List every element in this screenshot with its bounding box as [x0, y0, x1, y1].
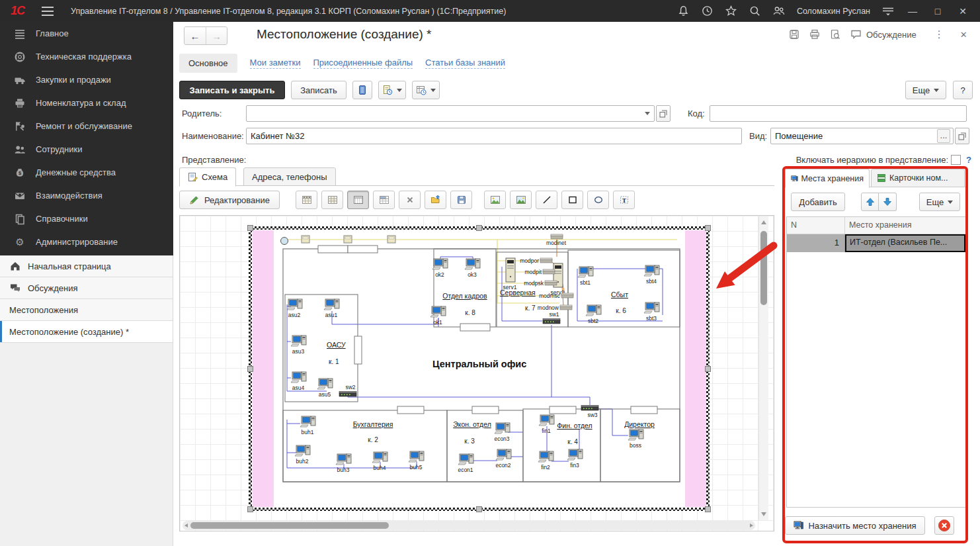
parent-open-icon[interactable] [656, 105, 671, 122]
sidebar-item-printer[interactable]: Номенклатура и склад [0, 91, 173, 114]
column-place[interactable]: Место хранения [845, 217, 915, 234]
tab-addresses-phones[interactable]: Адреса, телефоны [243, 167, 336, 186]
resize-handle-nw[interactable] [247, 225, 253, 231]
text-tool-button[interactable]: T [613, 191, 635, 209]
discussion-button[interactable]: Обсуждение [850, 28, 917, 40]
file-versions-dropdown-button[interactable] [378, 81, 406, 99]
add-storage-place-button[interactable]: Добавить [791, 193, 845, 211]
sidebar-item-tools[interactable]: Ремонт и обслуживание [0, 114, 173, 138]
open-window-item-0[interactable]: Начальная страница [0, 255, 173, 277]
sidebar-item-gear[interactable]: ⚙Администрирование [0, 230, 173, 253]
network-node[interactable] [281, 238, 288, 245]
sidebar-item-books[interactable]: Справочники [0, 207, 173, 230]
line-tool-button[interactable] [536, 191, 557, 209]
delete-x-button[interactable] [399, 191, 421, 209]
sidebar-item-truck[interactable]: Закупки и продажи [0, 68, 173, 91]
forward-button[interactable]: → [206, 27, 227, 44]
current-user-name[interactable]: Соломахин Руслан [797, 7, 870, 16]
row-number-cell[interactable]: 1 [787, 234, 845, 252]
storage-place-cell[interactable]: ИТ-отдел (Васильев Пе... [845, 234, 965, 252]
resize-handle-w[interactable] [247, 366, 253, 372]
favorites-star-icon[interactable] [723, 3, 740, 20]
open-window-item-1[interactable]: Обсуждения [0, 277, 173, 299]
tab-my-notes[interactable]: Мои заметки [250, 58, 301, 69]
picture-add-button[interactable] [484, 191, 506, 209]
tab-schema[interactable]: Схема [179, 167, 236, 187]
code-input[interactable] [710, 105, 967, 122]
storage-more-button[interactable]: Еще [919, 193, 960, 211]
delete-storage-place-button[interactable] [934, 516, 954, 535]
search-icon[interactable] [747, 3, 764, 20]
resize-handle-s[interactable] [476, 506, 482, 512]
save-icon[interactable] [788, 28, 800, 40]
tab-main[interactable]: Основное [179, 54, 237, 73]
name-input[interactable] [246, 128, 742, 144]
ellipse-tool-button[interactable] [587, 191, 609, 209]
hierarchy-help-link[interactable]: ? [966, 152, 971, 169]
kind-choose-button[interactable]: ... [937, 129, 950, 143]
vertical-scrollbar[interactable] [758, 216, 768, 520]
schema-canvas[interactable]: Отдел кадровк. 8Сервернаяк. 7Сбытк. 6ОАС… [179, 215, 774, 531]
notifications-bell-icon[interactable] [675, 3, 692, 20]
column-n[interactable]: N [787, 217, 845, 234]
edit-mode-button[interactable]: Редактирование [179, 191, 280, 209]
move-up-button[interactable] [861, 193, 879, 211]
more-actions-button[interactable]: Еще [905, 81, 946, 99]
table-grid-button[interactable] [321, 191, 343, 209]
horizontal-scrollbar[interactable] [183, 521, 755, 530]
parent-dropdown-icon[interactable] [641, 106, 653, 121]
resize-handle-n[interactable] [476, 225, 482, 231]
table-header-button[interactable] [296, 191, 317, 209]
print-icon[interactable] [809, 28, 821, 40]
open-window-item-3[interactable]: Местоположение (создание) * [0, 321, 173, 343]
tab-item-cards[interactable]: Карточки ном... [871, 169, 965, 187]
resize-handle-sw[interactable] [247, 506, 253, 512]
sidebar-item-menu[interactable]: Главное [0, 22, 173, 45]
grid-dots-button[interactable] [347, 191, 369, 209]
sidebar-item-people[interactable]: Сотрудники [0, 138, 173, 161]
more-menu-icon[interactable]: ⋮ [934, 28, 945, 40]
data-history-icon-button[interactable] [352, 81, 372, 99]
kind-input[interactable] [770, 128, 954, 144]
history-icon[interactable] [699, 3, 716, 20]
window-close-button[interactable]: ✕ [954, 3, 972, 20]
close-form-icon[interactable]: ✕ [960, 30, 967, 40]
kind-open-icon[interactable] [955, 128, 969, 144]
save-and-close-button[interactable]: Записать и закрыть [179, 81, 285, 99]
open-window-item-2[interactable]: Местоположения [0, 299, 173, 321]
resize-handle-ne[interactable] [705, 225, 711, 231]
tab-attached-files[interactable]: Присоединенные файлы [313, 58, 413, 69]
main-menu-icon[interactable] [42, 7, 54, 16]
back-button[interactable]: ← [184, 27, 206, 44]
vertical-scroll-thumb[interactable] [760, 231, 767, 305]
rect-tool-button[interactable] [561, 191, 583, 209]
sidebar-item-mail[interactable]: Взаимодействия [0, 184, 173, 207]
tab-storage-places[interactable]: Места хранения [785, 169, 870, 188]
floorplan[interactable]: Отдел кадровк. 8Сервернаяк. 7Сбытк. 6ОАС… [274, 230, 685, 507]
table-merge-button[interactable] [373, 191, 395, 209]
resize-handle-e[interactable] [705, 366, 711, 372]
user-sessions-icon[interactable] [770, 3, 788, 20]
move-down-button[interactable] [879, 193, 897, 211]
hierarchy-checkbox[interactable] [951, 155, 961, 165]
save-button[interactable]: Записать [291, 81, 347, 99]
window-minimize-button[interactable]: — [903, 3, 922, 20]
preview-icon[interactable] [829, 28, 841, 40]
table-versions-dropdown-button[interactable] [412, 81, 440, 99]
tab-kb-articles[interactable]: Статьи базы знаний [425, 58, 505, 69]
storage-table-row[interactable]: 1ИТ-отдел (Васильев Пе... [787, 234, 965, 252]
resize-handle-se[interactable] [705, 506, 711, 512]
sidebar-item-lifering[interactable]: Техническая поддержка [0, 45, 173, 68]
save-floppy-button[interactable] [450, 191, 472, 209]
storage-places-table[interactable]: N Место хранения 1ИТ-отдел (Васильев Пе.… [786, 216, 966, 508]
selected-diagram-object[interactable]: Отдел кадровк. 8Сервернаяк. 7Сбытк. 6ОАС… [249, 226, 710, 511]
horizontal-scroll-thumb[interactable] [190, 522, 389, 529]
sidebar-item-money[interactable]: $Денежные средства [0, 161, 173, 184]
assign-storage-place-button[interactable]: Назначить место хранения [785, 516, 925, 535]
parent-input[interactable] [246, 105, 655, 122]
window-maximize-button[interactable]: □ [928, 3, 947, 20]
network-hub[interactable] [344, 236, 352, 243]
service-menu-icon[interactable] [879, 3, 897, 20]
help-button[interactable]: ? [953, 81, 973, 99]
picture-button[interactable] [510, 191, 532, 209]
